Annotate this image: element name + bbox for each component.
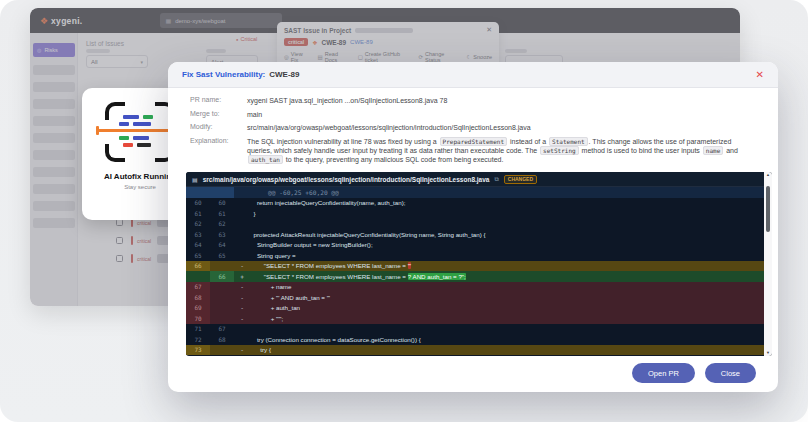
scan-bar bbox=[123, 143, 133, 147]
scan-bar bbox=[143, 115, 153, 119]
inline-code-chip: PreparedStatement bbox=[440, 137, 507, 146]
diff-code: StringBuilder output = new StringBuilder… bbox=[250, 241, 764, 248]
diff-line: 71 67 bbox=[186, 324, 764, 335]
scan-bar bbox=[119, 136, 129, 140]
screenshot-canvas: ❖ xygeni. ▦ demo-xys/webgoat ◎ Risks bbox=[0, 0, 808, 422]
scroll-up-icon[interactable]: ▲ bbox=[766, 172, 770, 178]
diff-code: } bbox=[250, 210, 764, 217]
diff-body: 60 60 return injectableQueryConfidential… bbox=[186, 198, 772, 356]
new-line-number bbox=[210, 282, 234, 293]
diff-sign: - bbox=[234, 304, 250, 311]
diff-code: "SELECT * FROM employees WHERE last_name… bbox=[250, 262, 764, 269]
split-view-icon[interactable]: ⧉ bbox=[494, 176, 498, 183]
new-line-number: 66 bbox=[210, 271, 234, 282]
old-line-number: 61 bbox=[186, 208, 210, 219]
diff-line: 65 65 String query = bbox=[186, 250, 764, 261]
inline-code-chip: auth_tan bbox=[248, 155, 283, 164]
diff-scrollbar[interactable]: ▲ ▼ bbox=[764, 172, 772, 356]
new-line-number bbox=[210, 313, 234, 324]
field-row: Modify: src/main/java/org/owasp/webgoat/… bbox=[190, 123, 756, 132]
field-value: src/main/java/org/owasp/webgoat/lessons/… bbox=[247, 123, 756, 132]
field-label: PR name: bbox=[190, 96, 247, 105]
old-line-number: 65 bbox=[186, 250, 210, 261]
inline-code-chip: Statement bbox=[549, 137, 588, 146]
new-line-number: 60 bbox=[210, 198, 234, 209]
old-line-number: 62 bbox=[186, 219, 210, 230]
diff-code: String query = bbox=[250, 252, 764, 259]
diff-code: return injectableQueryConfidentiality(na… bbox=[250, 199, 764, 206]
modal-fields: PR name: xygeni SAST java.sql_injection … bbox=[190, 96, 756, 170]
new-line-number bbox=[210, 292, 234, 303]
diff-sign: - bbox=[234, 346, 250, 353]
hunk-old-cell bbox=[186, 187, 210, 198]
close-button[interactable]: Close bbox=[705, 363, 756, 383]
diff-line: 66 - "SELECT * FROM employees WHERE last… bbox=[186, 261, 764, 272]
open-pr-button[interactable]: Open PR bbox=[632, 363, 695, 383]
field-row: Merge to: main bbox=[190, 110, 756, 119]
scan-bar bbox=[137, 143, 151, 147]
diff-sign: - bbox=[234, 315, 250, 322]
diff-code: + "' AND auth_tan = '" bbox=[250, 294, 764, 301]
old-line-number: 72 bbox=[186, 334, 210, 345]
new-line-number: 62 bbox=[210, 219, 234, 230]
new-line-number bbox=[210, 261, 234, 272]
scan-bar bbox=[119, 122, 129, 126]
diff-line: 61 61 } bbox=[186, 208, 764, 219]
modal-title: Fix Sast Vulnerability: bbox=[182, 70, 265, 79]
new-line-number: 64 bbox=[210, 240, 234, 251]
new-line-number bbox=[210, 303, 234, 314]
explanation-text: The SQL injection vulnerability at line … bbox=[247, 137, 756, 164]
diff-code: try { bbox=[250, 346, 764, 353]
diff-sign: - bbox=[234, 262, 250, 269]
new-line-number: 65 bbox=[210, 250, 234, 261]
field-label: Merge to: bbox=[190, 110, 247, 119]
modal-footer: Open PR Close bbox=[168, 354, 778, 392]
inline-code-chip: name bbox=[703, 146, 723, 155]
field-label: Modify: bbox=[190, 123, 247, 132]
diff-sign: - bbox=[234, 283, 250, 290]
field-row: PR name: xygeni SAST java.sql_injection … bbox=[190, 96, 756, 105]
old-line-number: 69 bbox=[186, 303, 210, 314]
old-line-number: 68 bbox=[186, 292, 210, 303]
diff-line: 60 60 return injectableQueryConfidential… bbox=[186, 198, 764, 209]
old-line-number: 71 bbox=[186, 324, 210, 335]
old-line-number: 64 bbox=[186, 240, 210, 251]
old-line-number: 67 bbox=[186, 282, 210, 293]
diff-line: 67 - + name bbox=[186, 282, 764, 293]
old-line-number: 70 bbox=[186, 313, 210, 324]
diff-line: 70 - + "'"; bbox=[186, 313, 764, 324]
diff-code: "SELECT * FROM employees WHERE last_name… bbox=[250, 273, 764, 280]
modal-title-cwe: CWE-89 bbox=[269, 70, 299, 79]
autofix-scan-icon bbox=[105, 102, 175, 162]
diff-line: 62 62 bbox=[186, 219, 764, 230]
scan-bar bbox=[123, 115, 139, 119]
diff-line: 66 + "SELECT * FROM employees WHERE last… bbox=[186, 271, 764, 282]
modal-header: Fix Sast Vulnerability: CWE-89 ✕ bbox=[168, 62, 778, 88]
diff-header: ▤ src/main/java/org/owasp/webgoat/lesson… bbox=[186, 172, 764, 187]
close-icon[interactable]: ✕ bbox=[756, 69, 764, 80]
old-line-number: 66 bbox=[186, 261, 210, 272]
diff-code: try (Connection connection = dataSource.… bbox=[250, 336, 764, 343]
diff-sign: - bbox=[234, 294, 250, 301]
old-line-number bbox=[186, 271, 210, 282]
changed-badge: CHANGED bbox=[504, 175, 537, 184]
scan-corner bbox=[105, 102, 125, 120]
new-line-number: 68 bbox=[210, 334, 234, 345]
scan-corner bbox=[105, 144, 125, 162]
new-line-number: 63 bbox=[210, 229, 234, 240]
diff-line: 72 68 try (Connection connection = dataS… bbox=[186, 334, 764, 345]
diff-viewer: ▤ src/main/java/org/owasp/webgoat/lesson… bbox=[186, 172, 772, 356]
new-line-number: 67 bbox=[210, 324, 234, 335]
diff-line: 68 - + "' AND auth_tan = '" bbox=[186, 292, 764, 303]
diff-file-path: src/main/java/org/owasp/webgoat/lessons/… bbox=[203, 176, 490, 183]
scrollbar-thumb[interactable] bbox=[766, 186, 770, 232]
diff-code: + name bbox=[250, 283, 764, 290]
new-line-number: 61 bbox=[210, 208, 234, 219]
old-line-number: 60 bbox=[186, 198, 210, 209]
scan-bar bbox=[133, 136, 149, 140]
file-icon: ▤ bbox=[192, 176, 198, 183]
old-line-number: 63 bbox=[186, 229, 210, 240]
hunk-header: @@ -60,25 +60,20 @@ bbox=[234, 187, 764, 198]
diff-code: + "'"; bbox=[250, 315, 764, 322]
field-value: main bbox=[247, 110, 756, 119]
